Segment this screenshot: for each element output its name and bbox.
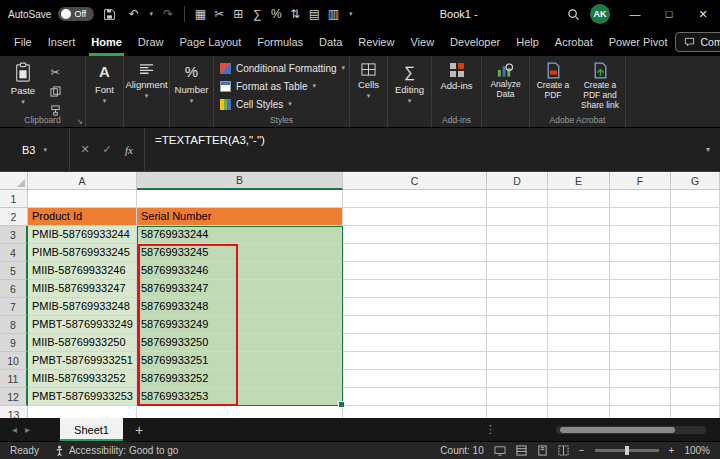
row-header-2[interactable]: 2 [0, 208, 28, 226]
row-header-11[interactable]: 11 [0, 370, 28, 388]
font-button[interactable]: A Font ▾ [86, 56, 123, 114]
cell-D5[interactable] [487, 262, 548, 280]
page-layout-view-icon[interactable] [537, 445, 548, 456]
cell-A7[interactable]: PMIB-58769933248 [28, 298, 137, 316]
cell-B9[interactable]: 58769933250 [137, 334, 343, 352]
tab-acrobat[interactable]: Acrobat [547, 28, 601, 56]
cell-F3[interactable] [610, 226, 671, 244]
cell-D8[interactable] [487, 316, 548, 334]
cell-D2[interactable] [487, 208, 548, 226]
cell-A1[interactable] [28, 190, 137, 208]
zoom-slider[interactable] [595, 449, 659, 452]
cell-B5[interactable]: 58769933246 [137, 262, 343, 280]
cell-E7[interactable] [548, 298, 610, 316]
sheet-options-icon[interactable]: ⋮ [485, 423, 496, 436]
sort-icon[interactable]: ⇅ [287, 4, 304, 24]
cell-B7[interactable]: 58769933248 [137, 298, 343, 316]
normal-view-icon[interactable] [516, 445, 527, 456]
cell-E12[interactable] [548, 388, 610, 406]
number-button[interactable]: % Number ▾ [170, 56, 213, 114]
cell-E10[interactable] [548, 352, 610, 370]
cell-E13[interactable] [548, 406, 610, 418]
cell-E5[interactable] [548, 262, 610, 280]
cell-D1[interactable] [487, 190, 548, 208]
page-break-view-icon[interactable] [558, 445, 569, 456]
cell-A9[interactable]: MIIB-58769933250 [28, 334, 137, 352]
cell-A5[interactable]: MIIB-58769933246 [28, 262, 137, 280]
column-header-G[interactable]: G [671, 172, 720, 190]
add-sheet-button[interactable]: + [135, 422, 143, 438]
grid-plus-icon[interactable]: ⊞ [230, 4, 247, 24]
percent-icon[interactable]: % [268, 4, 285, 24]
tab-developer[interactable]: Developer [442, 28, 508, 56]
row-header-5[interactable]: 5 [0, 262, 28, 280]
formula-input[interactable]: =TEXTAFTER(A3,"-") [145, 128, 696, 171]
tab-data[interactable]: Data [311, 28, 350, 56]
horizontal-scrollbar[interactable] [556, 426, 706, 434]
cell-F2[interactable] [610, 208, 671, 226]
alignment-button[interactable]: Alignment ▾ [124, 56, 169, 114]
column-header-A[interactable]: A [28, 172, 137, 190]
sum-icon[interactable]: ∑ [249, 4, 266, 24]
zoom-level[interactable]: 100% [684, 445, 710, 456]
cell-B1[interactable] [137, 190, 343, 208]
row-header-12[interactable]: 12 [0, 388, 28, 406]
cell-C5[interactable] [343, 262, 487, 280]
tab-insert[interactable]: Insert [40, 28, 84, 56]
cell-E9[interactable] [548, 334, 610, 352]
cell-B13[interactable] [137, 406, 343, 418]
sheet-tab-sheet1[interactable]: Sheet1 [60, 418, 123, 441]
zoom-out-button[interactable]: − [579, 445, 585, 456]
tab-file[interactable]: File [6, 28, 40, 56]
cell-B4[interactable]: 58769933245 [137, 244, 343, 262]
cell-E11[interactable] [548, 370, 610, 388]
row-header-6[interactable]: 6 [0, 280, 28, 298]
cell-B10[interactable]: 58769933251 [137, 352, 343, 370]
row-header-9[interactable]: 9 [0, 334, 28, 352]
cell-C3[interactable] [343, 226, 487, 244]
cell-G10[interactable] [671, 352, 720, 370]
cell-C13[interactable] [343, 406, 487, 418]
cell-A8[interactable]: PMBT-58769933249 [28, 316, 137, 334]
cell-D12[interactable] [487, 388, 548, 406]
cell-C8[interactable] [343, 316, 487, 334]
cell-A4[interactable]: PIMB-58769933245 [28, 244, 137, 262]
tab-formulas[interactable]: Formulas [249, 28, 311, 56]
cell-G1[interactable] [671, 190, 720, 208]
cell-F4[interactable] [610, 244, 671, 262]
cell-G11[interactable] [671, 370, 720, 388]
conditional-formatting-button[interactable]: Conditional Formatting ▾ [214, 59, 349, 77]
name-box[interactable]: B3 ▾ [0, 128, 70, 171]
create-pdf-button[interactable]: Create a PDF [530, 56, 576, 114]
cell-D7[interactable] [487, 298, 548, 316]
cell-G7[interactable] [671, 298, 720, 316]
cell-G5[interactable] [671, 262, 720, 280]
display-settings-icon[interactable] [494, 446, 506, 456]
sheet-nav-right-icon[interactable]: ▸ [25, 424, 30, 435]
formula-bar-expand-icon[interactable]: ▾ [696, 128, 720, 171]
cell-E6[interactable] [548, 280, 610, 298]
cell-B2[interactable]: Serial Number [137, 208, 343, 226]
cell-C11[interactable] [343, 370, 487, 388]
save-button[interactable] [101, 4, 118, 24]
column-header-D[interactable]: D [487, 172, 548, 190]
editing-button[interactable]: ∑ Editing ▾ [388, 56, 431, 114]
cell-C12[interactable] [343, 388, 487, 406]
maximize-button[interactable]: □ [652, 0, 686, 28]
cell-A10[interactable]: PMBT-58769933251 [28, 352, 137, 370]
undo-chevron-icon[interactable]: ▾ [149, 10, 153, 18]
cell-F12[interactable] [610, 388, 671, 406]
paste-button[interactable]: Paste ▾ [0, 56, 46, 114]
cell-G8[interactable] [671, 316, 720, 334]
zoom-slider-thumb[interactable] [625, 446, 629, 455]
row-header-8[interactable]: 8 [0, 316, 28, 334]
print-icon[interactable]: ▥ [325, 4, 342, 24]
cell-D13[interactable] [487, 406, 548, 418]
cell-A12[interactable]: PMBT-58769933253 [28, 388, 137, 406]
tab-page-layout[interactable]: Page Layout [171, 28, 249, 56]
cell-A11[interactable]: MIIB-58769933252 [28, 370, 137, 388]
cell-D9[interactable] [487, 334, 548, 352]
cell-C1[interactable] [343, 190, 487, 208]
tab-help[interactable]: Help [508, 28, 547, 56]
autosave-toggle[interactable]: Off [58, 7, 94, 21]
